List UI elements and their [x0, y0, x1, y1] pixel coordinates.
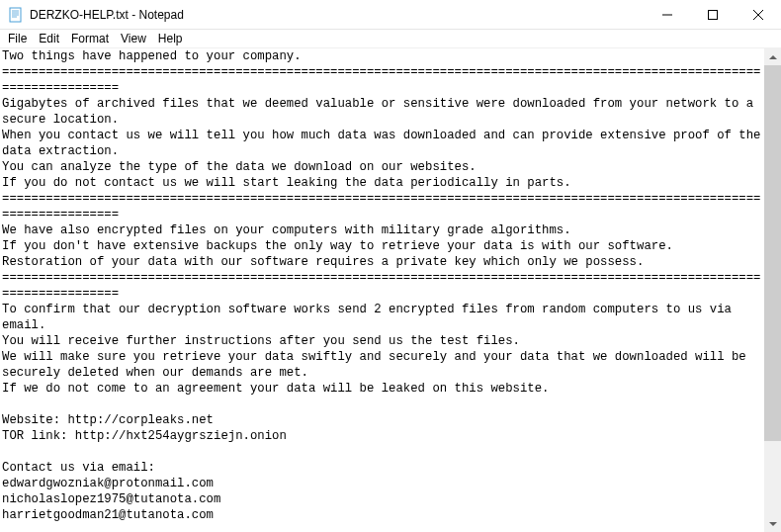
svg-marker-9: [769, 55, 777, 59]
menubar: File Edit Format View Help: [0, 30, 781, 48]
titlebar-left: DERZKO-HELP.txt - Notepad: [0, 7, 184, 23]
text-editor[interactable]: Two things have happened to your company…: [0, 48, 764, 532]
close-button[interactable]: [736, 0, 781, 29]
scroll-down-arrow-icon[interactable]: [764, 515, 781, 532]
menu-view[interactable]: View: [115, 31, 152, 46]
menu-format[interactable]: Format: [65, 31, 115, 46]
svg-rect-6: [709, 10, 718, 19]
maximize-button[interactable]: [690, 0, 736, 29]
minimize-button[interactable]: [645, 0, 690, 29]
content-area: Two things have happened to your company…: [0, 48, 781, 532]
vertical-scrollbar[interactable]: [764, 48, 781, 532]
svg-marker-10: [769, 522, 777, 526]
window-title: DERZKO-HELP.txt - Notepad: [30, 8, 184, 22]
menu-help[interactable]: Help: [152, 31, 189, 46]
window-controls: [645, 0, 781, 29]
scroll-thumb[interactable]: [764, 65, 781, 441]
scroll-up-arrow-icon[interactable]: [764, 48, 781, 65]
notepad-icon: [8, 7, 24, 23]
titlebar: DERZKO-HELP.txt - Notepad: [0, 0, 781, 30]
menu-file[interactable]: File: [2, 31, 33, 46]
menu-edit[interactable]: Edit: [33, 31, 65, 46]
